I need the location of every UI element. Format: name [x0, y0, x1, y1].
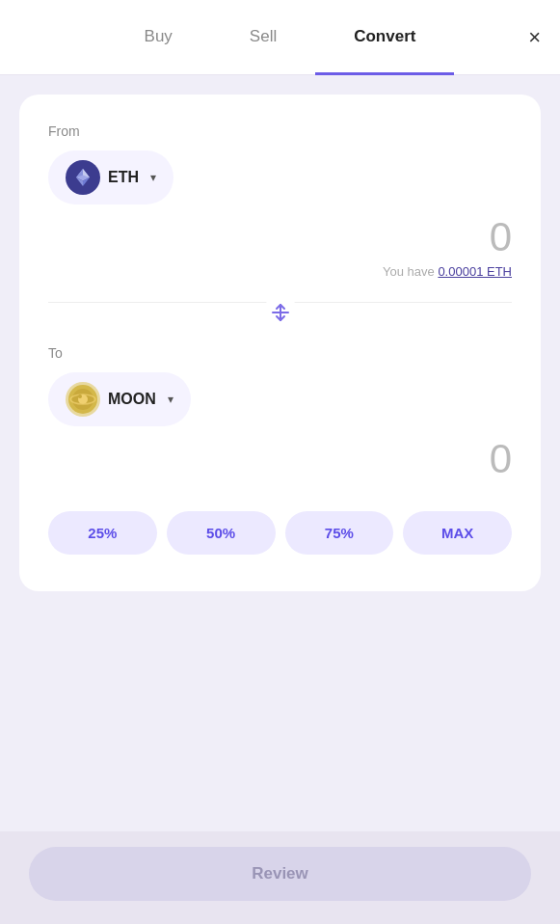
convert-card: From ETH ▾ 0 Y: [19, 95, 541, 591]
pct-25-button[interactable]: 25%: [48, 511, 157, 555]
tab-convert[interactable]: Convert: [315, 1, 454, 75]
eth-icon: [66, 160, 100, 195]
from-coin-name: ETH: [108, 169, 139, 186]
from-amount: 0: [490, 214, 512, 260]
to-section: To MOON ▾ 0: [48, 345, 512, 511]
pct-75-button[interactable]: 75%: [285, 511, 394, 555]
close-button[interactable]: ×: [528, 27, 541, 48]
from-amount-row: 0: [48, 214, 512, 260]
header: Buy Sell Convert ×: [0, 0, 560, 75]
from-section: From ETH ▾ 0 Y: [48, 123, 512, 298]
to-amount: 0: [490, 436, 512, 482]
tab-buy[interactable]: Buy: [106, 1, 211, 75]
from-coin-chevron: ▾: [150, 171, 156, 184]
to-label: To: [48, 345, 512, 361]
pct-50-button[interactable]: 50%: [167, 511, 276, 555]
to-coin-chevron: ▾: [168, 393, 173, 406]
pct-max-button[interactable]: MAX: [403, 511, 512, 555]
tab-bar: Buy Sell Convert: [106, 0, 455, 74]
from-coin-selector[interactable]: ETH ▾: [48, 150, 173, 204]
svg-point-11: [78, 394, 82, 398]
balance-row: You have 0.00001 ETH: [48, 264, 512, 279]
pct-button-row: 25% 50% 75% MAX: [48, 511, 512, 555]
swap-button[interactable]: [263, 295, 298, 330]
review-button[interactable]: Review: [29, 847, 531, 901]
balance-prefix: You have: [383, 264, 438, 279]
balance-amount: 0.00001 ETH: [438, 264, 512, 279]
divider-row: [48, 302, 512, 330]
tab-sell[interactable]: Sell: [211, 1, 315, 75]
main-content: From ETH ▾ 0 Y: [0, 75, 560, 924]
to-amount-row: 0: [48, 436, 512, 482]
to-coin-name: MOON: [108, 391, 156, 408]
bottom-bar: Review: [0, 831, 560, 924]
from-label: From: [48, 123, 512, 139]
to-coin-selector[interactable]: MOON ▾: [48, 372, 191, 426]
moon-icon: [66, 382, 100, 417]
